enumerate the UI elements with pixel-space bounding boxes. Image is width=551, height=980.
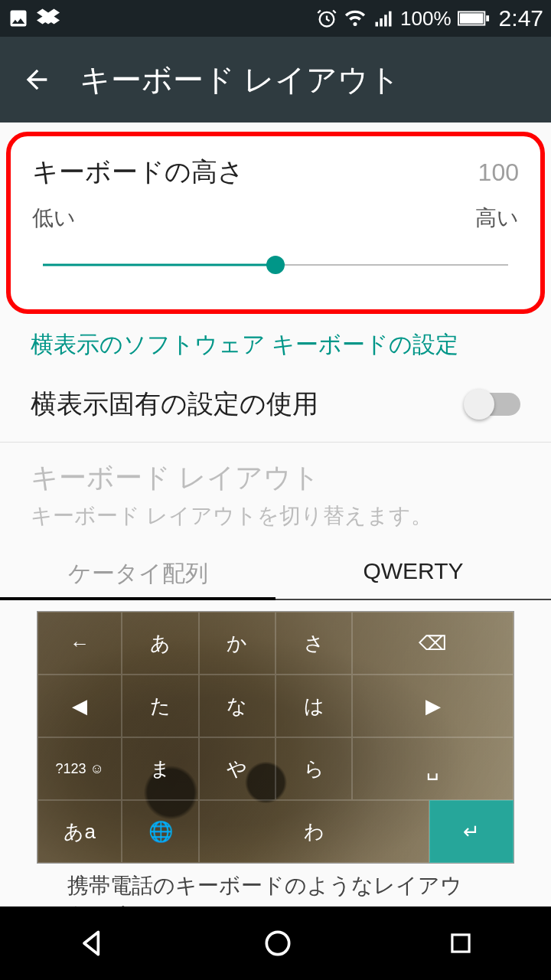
nav-back-button[interactable]: [76, 926, 109, 960]
height-value: 100: [478, 158, 519, 187]
kb-globe: 🌐: [122, 800, 198, 863]
svg-rect-9: [452, 935, 469, 952]
kb-key: ▶: [352, 675, 514, 737]
kb-backspace: ⌫: [352, 612, 514, 675]
kb-key: ◀: [37, 675, 122, 737]
landscape-toggle-label: 横表示固有の設定の使用: [31, 387, 318, 422]
signal-icon: [373, 8, 394, 29]
back-button[interactable]: [18, 61, 55, 98]
layout-tabs: ケータイ配列 QWERTY: [0, 549, 551, 600]
status-bar: 100% 2:47: [0, 0, 551, 37]
battery-icon: [458, 9, 490, 28]
nav-recent-button[interactable]: [446, 929, 475, 958]
svg-rect-6: [459, 13, 483, 23]
height-high-label: 高い: [475, 204, 519, 233]
svg-rect-1: [376, 22, 379, 27]
kb-space: ␣: [352, 737, 514, 800]
kb-key: た: [122, 675, 198, 737]
navigation-bar: [0, 906, 551, 980]
kb-key: ま: [122, 737, 198, 800]
svg-rect-4: [389, 11, 392, 27]
wifi-icon: [344, 7, 367, 30]
kb-key: あ: [122, 612, 198, 675]
kb-key: わ: [199, 800, 429, 863]
keyboard-preview: ← あ か さ ⌫ ◀ た な は ▶ ?123 ☺ ま や ら ␣ あa 🌐: [37, 611, 514, 864]
svg-rect-7: [486, 15, 489, 21]
kb-key: さ: [276, 612, 352, 675]
keyboard-height-card: キーボードの高さ 100 低い 高い: [6, 132, 545, 314]
kb-key: は: [276, 675, 352, 737]
landscape-section-header: 横表示のソフトウェア キーボードの設定: [0, 328, 551, 377]
kb-key: な: [199, 675, 276, 737]
svg-rect-3: [384, 15, 387, 26]
svg-rect-2: [380, 18, 383, 27]
page-title: キーボード レイアウト: [80, 59, 400, 101]
battery-percent: 100%: [400, 7, 452, 31]
layout-item-subtitle: キーボード レイアウトを切り替えます。: [31, 501, 520, 531]
app-bar: キーボード レイアウト: [0, 37, 551, 122]
keyboard-layout-item: キーボード レイアウト キーボード レイアウトを切り替えます。: [0, 443, 551, 546]
status-clock: 2:47: [499, 5, 543, 31]
layout-item-title: キーボード レイアウト: [31, 459, 520, 497]
kb-mode: あa: [37, 800, 122, 863]
height-low-label: 低い: [32, 204, 76, 233]
kb-key: ←: [37, 612, 122, 675]
alarm-icon: [316, 8, 337, 29]
dropbox-icon: [37, 7, 60, 30]
landscape-specific-toggle-row[interactable]: 横表示固有の設定の使用: [0, 377, 551, 443]
svg-point-8: [266, 932, 289, 954]
kb-key: ら: [276, 737, 352, 800]
kb-key: ?123 ☺: [37, 737, 122, 800]
landscape-toggle-switch[interactable]: [465, 393, 520, 416]
image-icon: [8, 8, 29, 29]
height-slider[interactable]: [43, 256, 508, 274]
kb-key: か: [199, 612, 276, 675]
tab-qwerty[interactable]: QWERTY: [276, 549, 551, 599]
height-title: キーボードの高さ: [32, 155, 244, 190]
kb-key: や: [199, 737, 276, 800]
tab-keitai[interactable]: ケータイ配列: [0, 549, 276, 600]
kb-enter: ↵: [429, 800, 514, 863]
nav-home-button[interactable]: [261, 926, 295, 960]
